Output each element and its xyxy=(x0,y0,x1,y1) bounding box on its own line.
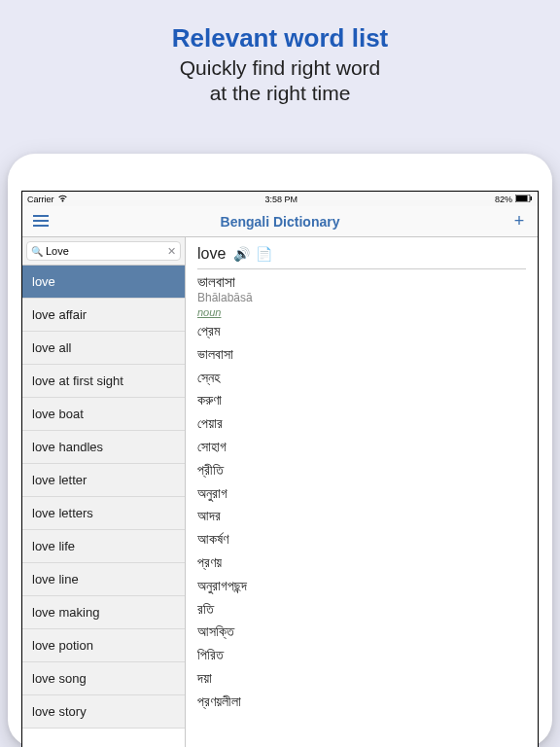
list-item[interactable]: love all xyxy=(22,332,185,365)
word-list[interactable]: lovelove affairlove alllove at first sig… xyxy=(22,266,185,747)
meaning-item: দয়া xyxy=(197,667,526,691)
meaning-item: অনুরাগপছন্দ xyxy=(197,575,526,598)
wifi-icon xyxy=(57,195,68,204)
search-query: Love xyxy=(46,245,164,257)
search-row: 🔍 Love ✕ xyxy=(22,237,185,266)
battery-percent: 82% xyxy=(495,195,512,204)
list-item[interactable]: love making xyxy=(22,596,185,629)
content-area: 🔍 Love ✕ lovelove affairlove alllove at … xyxy=(22,237,538,747)
translation-script: ভালবাসা xyxy=(197,273,526,291)
svg-rect-1 xyxy=(516,196,528,201)
list-item[interactable]: love life xyxy=(22,530,185,563)
meaning-item: অনুরাগ xyxy=(197,482,526,506)
meaning-item: পেয়ার xyxy=(197,412,526,436)
meaning-item: ভালবাসা xyxy=(197,343,526,367)
meaning-item: স্নেহ xyxy=(197,367,526,390)
menu-button[interactable] xyxy=(30,211,52,231)
meaning-item: রতি xyxy=(197,598,526,622)
speaker-icon[interactable]: 🔊 xyxy=(233,246,250,262)
meaning-item: প্রণয়লীলা xyxy=(197,691,526,714)
svg-rect-2 xyxy=(531,196,533,200)
list-item[interactable]: love letters xyxy=(22,497,185,530)
nav-title: Bengali Dictionary xyxy=(221,214,340,230)
translation-roman: Bhālabāsā xyxy=(197,291,526,304)
screen: Carrier 3:58 PM 82% Bengali Dictionary + xyxy=(21,191,539,747)
sidebar: 🔍 Love ✕ lovelove affairlove alllove at … xyxy=(22,237,186,747)
list-item[interactable]: love handles xyxy=(22,431,185,464)
detail-pane: love 🔊 📄 ভালবাসা Bhālabāsā noun প্রেমভাল… xyxy=(186,237,538,747)
clear-icon[interactable]: ✕ xyxy=(167,245,176,258)
copy-icon[interactable]: 📄 xyxy=(256,246,272,262)
meaning-item: আকর্ষণ xyxy=(197,528,526,551)
meaning-item: পিরিত xyxy=(197,644,526,667)
list-item[interactable]: love boat xyxy=(22,398,185,431)
search-input[interactable]: 🔍 Love ✕ xyxy=(26,241,181,261)
list-item[interactable]: love song xyxy=(22,662,185,695)
meaning-item: প্রীতি xyxy=(197,459,526,482)
meaning-list: প্রেমভালবাসাস্নেহকরুণাপেয়ারসোহাগপ্রীতিঅ… xyxy=(197,320,526,714)
detail-header: love 🔊 📄 xyxy=(197,245,526,269)
part-of-speech: noun xyxy=(197,306,526,318)
meaning-item: করুণা xyxy=(197,389,526,412)
list-item[interactable]: love at first sight xyxy=(22,365,185,398)
meaning-item: আসক্তি xyxy=(197,621,526,644)
headword: love xyxy=(197,245,226,263)
promo-title: Relevant word list xyxy=(19,23,541,53)
list-item[interactable]: love xyxy=(22,266,185,299)
list-item[interactable]: love potion xyxy=(22,629,185,662)
add-button[interactable]: + xyxy=(508,211,530,231)
meaning-item: সোহাগ xyxy=(197,436,526,459)
tablet-frame: Carrier 3:58 PM 82% Bengali Dictionary + xyxy=(8,154,552,747)
list-item[interactable]: love letter xyxy=(22,464,185,497)
promo-subtitle: Quickly find right word at the right tim… xyxy=(19,55,541,107)
list-item[interactable]: love line xyxy=(22,563,185,596)
nav-bar: Bengali Dictionary + xyxy=(22,206,538,237)
carrier-label: Carrier xyxy=(27,195,54,204)
status-bar: Carrier 3:58 PM 82% xyxy=(22,192,538,206)
list-item[interactable]: love story xyxy=(22,695,185,729)
battery-icon xyxy=(515,195,533,204)
promo-banner: Relevant word list Quickly find right wo… xyxy=(0,0,560,124)
meaning-item: প্রণয় xyxy=(197,551,526,575)
list-item[interactable]: love affair xyxy=(22,299,185,332)
meaning-item: আদর xyxy=(197,505,526,528)
search-icon: 🔍 xyxy=(31,246,43,257)
status-time: 3:58 PM xyxy=(264,195,298,204)
meaning-item: প্রেম xyxy=(197,320,526,343)
